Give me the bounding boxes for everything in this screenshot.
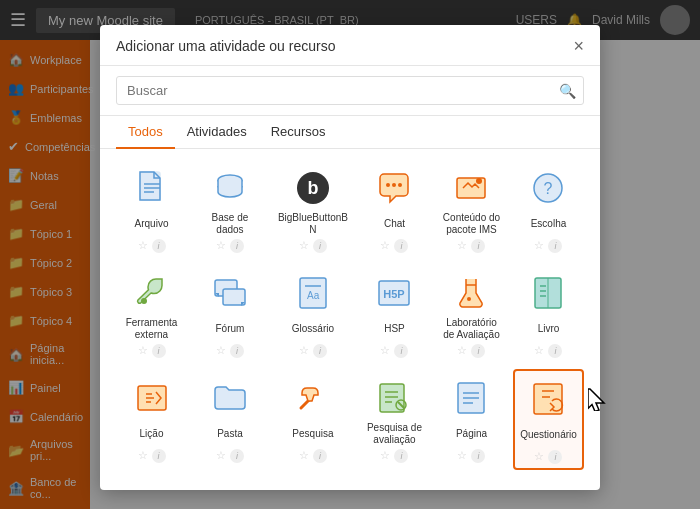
item-pesquisa[interactable]: Pesquisa ☆ i xyxy=(273,369,353,470)
item-livro[interactable]: Livro ☆ i xyxy=(513,264,584,363)
escolha-info[interactable]: i xyxy=(548,239,562,253)
arquivo-icon xyxy=(132,168,172,208)
item-pasta[interactable]: Pasta ☆ i xyxy=(193,369,267,470)
scorm-icon xyxy=(210,485,250,490)
feedback-label: Pesquisa de avaliação xyxy=(364,422,425,446)
item-questionario[interactable]: Questionário ☆ i xyxy=(513,369,584,470)
lab-star[interactable]: ☆ xyxy=(457,344,467,358)
item-hsp[interactable]: H5P HSP ☆ i xyxy=(359,264,430,363)
lab-info[interactable]: i xyxy=(471,344,485,358)
ferramenta-star[interactable]: ☆ xyxy=(138,344,148,358)
licao-icon xyxy=(132,378,172,418)
rotulo-icon xyxy=(132,485,172,490)
chat-info[interactable]: i xyxy=(394,239,408,253)
glossario-info[interactable]: i xyxy=(313,344,327,358)
tab-atividades[interactable]: Atividades xyxy=(175,116,259,149)
bigblue-star[interactable]: ☆ xyxy=(299,239,309,253)
questionario-info[interactable]: i xyxy=(548,450,562,464)
ims-star[interactable]: ☆ xyxy=(457,239,467,253)
ferramenta-info[interactable]: i xyxy=(152,344,166,358)
pesquisa-label: Pesquisa xyxy=(292,422,333,446)
arquivo-actions: ☆ i xyxy=(138,239,166,253)
arquivo-star[interactable]: ☆ xyxy=(138,239,148,253)
base-dados-info[interactable]: i xyxy=(230,239,244,253)
svg-point-9 xyxy=(398,183,402,187)
item-glossario[interactable]: Aa Glossário ☆ i xyxy=(273,264,353,363)
hsp-star[interactable]: ☆ xyxy=(380,344,390,358)
item-scorm[interactable]: SCORM/AICC ☆ i xyxy=(193,476,267,490)
feedback-icon xyxy=(374,378,414,418)
bigblue-info[interactable]: i xyxy=(313,239,327,253)
modal-search-container: 🔍 xyxy=(100,66,600,116)
pagina-star[interactable]: ☆ xyxy=(457,449,467,463)
item-chat[interactable]: Chat ☆ i xyxy=(359,159,430,258)
arquivo-label: Arquivo xyxy=(135,212,169,236)
pasta-icon xyxy=(210,378,250,418)
item-forum[interactable]: Fórum ☆ i xyxy=(193,264,267,363)
item-bigblue[interactable]: b BigBlueButtonB N ☆ i xyxy=(273,159,353,258)
item-wiki[interactable]: Wiki ☆ i xyxy=(436,476,507,490)
svg-rect-30 xyxy=(380,384,404,412)
pesquisa-star[interactable]: ☆ xyxy=(299,449,309,463)
chat-star[interactable]: ☆ xyxy=(380,239,390,253)
tab-recursos[interactable]: Recursos xyxy=(259,116,338,149)
feedback-info[interactable]: i xyxy=(394,449,408,463)
feedback-star[interactable]: ☆ xyxy=(380,449,390,463)
bigblue-label: BigBlueButtonB N xyxy=(278,212,348,236)
item-licao[interactable]: Lição ☆ i xyxy=(116,369,187,470)
licao-info[interactable]: i xyxy=(152,449,166,463)
modal-body: Arquivo ☆ i Base de dados ☆ i xyxy=(100,149,600,490)
item-pagina[interactable]: Página ☆ i xyxy=(436,369,507,470)
ferramenta-actions: ☆ i xyxy=(138,344,166,358)
pesquisa-info[interactable]: i xyxy=(313,449,327,463)
item-rotulo[interactable]: Rótulo ☆ i xyxy=(116,476,187,490)
search-input[interactable] xyxy=(116,76,584,105)
glossario-star[interactable]: ☆ xyxy=(299,344,309,358)
item-tarefa[interactable]: Tarefa ☆ i xyxy=(273,476,353,490)
item-escolha[interactable]: ? Escolha ☆ i xyxy=(513,159,584,258)
svg-point-11 xyxy=(476,178,482,184)
hsp-info[interactable]: i xyxy=(394,344,408,358)
item-lab[interactable]: Laboratório de Avaliação ☆ i xyxy=(436,264,507,363)
tab-todos[interactable]: Todos xyxy=(116,116,175,149)
pasta-label: Pasta xyxy=(217,422,243,446)
svg-point-8 xyxy=(392,183,396,187)
questionario-label: Questionário xyxy=(520,423,577,447)
ims-actions: ☆ i xyxy=(457,239,485,253)
chat-icon xyxy=(374,168,414,208)
item-feedback[interactable]: Pesquisa de avaliação ☆ i xyxy=(359,369,430,470)
licao-actions: ☆ i xyxy=(138,449,166,463)
item-url[interactable]: URL ☆ i xyxy=(359,476,430,490)
livro-star[interactable]: ☆ xyxy=(534,344,544,358)
pagina-info[interactable]: i xyxy=(471,449,485,463)
livro-info[interactable]: i xyxy=(548,344,562,358)
livro-label: Livro xyxy=(538,317,560,341)
forum-info[interactable]: i xyxy=(230,344,244,358)
questionario-actions: ☆ i xyxy=(534,450,562,464)
livro-actions: ☆ i xyxy=(534,344,562,358)
pagina-label: Página xyxy=(456,422,487,446)
arquivo-info[interactable]: i xyxy=(152,239,166,253)
pasta-info[interactable]: i xyxy=(230,449,244,463)
pasta-star[interactable]: ☆ xyxy=(216,449,226,463)
escolha-star[interactable]: ☆ xyxy=(534,239,544,253)
questionario-star[interactable]: ☆ xyxy=(534,450,544,464)
svg-text:?: ? xyxy=(544,180,553,197)
base-dados-star[interactable]: ☆ xyxy=(216,239,226,253)
licao-star[interactable]: ☆ xyxy=(138,449,148,463)
item-ims[interactable]: Conteúdo do pacote IMS ☆ i xyxy=(436,159,507,258)
svg-text:b: b xyxy=(307,178,318,198)
ferramenta-label: Ferramenta externa xyxy=(121,317,182,341)
modal-close-button[interactable]: × xyxy=(573,37,584,55)
questionario-icon xyxy=(528,379,568,419)
ims-info[interactable]: i xyxy=(471,239,485,253)
glossario-actions: ☆ i xyxy=(299,344,327,358)
item-arquivo[interactable]: Arquivo ☆ i xyxy=(116,159,187,258)
pesquisa-actions: ☆ i xyxy=(299,449,327,463)
item-ferramenta[interactable]: Ferramenta externa ☆ i xyxy=(116,264,187,363)
forum-label: Fórum xyxy=(216,317,245,341)
feedback-actions: ☆ i xyxy=(380,449,408,463)
forum-star[interactable]: ☆ xyxy=(216,344,226,358)
bigblue-icon: b xyxy=(293,168,333,208)
item-base-dados[interactable]: Base de dados ☆ i xyxy=(193,159,267,258)
